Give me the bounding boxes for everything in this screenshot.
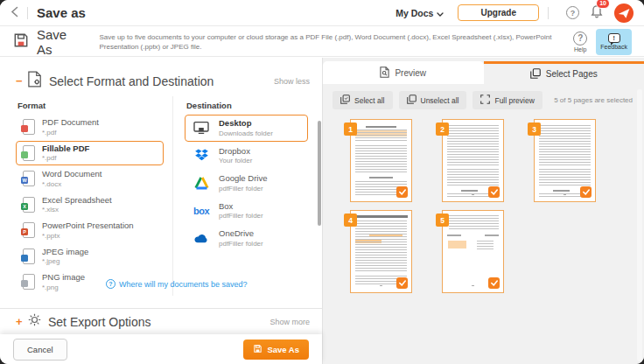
excel-file-icon: X [23, 197, 35, 213]
word-file-icon: W [23, 171, 35, 186]
question-circle-icon: ? [566, 6, 579, 19]
question-circle-icon: ? [106, 279, 116, 289]
question-circle-icon: ? [573, 32, 587, 46]
collapse-icon[interactable]: − [16, 74, 28, 88]
back-button[interactable] [10, 5, 18, 21]
show-more-toggle[interactable]: Show more [270, 318, 310, 326]
destination-item-dropbox[interactable]: Dropbox Your folder [185, 143, 308, 170]
save-as-button[interactable]: Save As [243, 340, 309, 360]
format-column: Format PDF Document *.pdf Fillable PDF *… [16, 96, 173, 296]
select-all-button[interactable]: Select all [332, 91, 393, 109]
format-ext: *.jpeg [42, 257, 88, 265]
page-selected-checkbox[interactable] [488, 277, 500, 289]
page-thumbnail-2[interactable]: 2 [442, 119, 504, 202]
format-title: PNG image [42, 273, 85, 282]
destination-item-google-drive[interactable]: Google Drive pdfFiller folder [185, 170, 308, 197]
destination-item-desktop[interactable]: Desktop Downloads folder [185, 115, 308, 142]
page-thumbnail-4[interactable]: 4 [350, 210, 412, 293]
destination-title: Box [219, 202, 263, 211]
format-item-fillable-pdf[interactable]: Fillable PDF *.pdf [16, 141, 164, 166]
onedrive-icon [192, 233, 211, 243]
destination-title: OneDrive [219, 229, 263, 238]
destination-item-box[interactable]: box Box pdfFiller folder [185, 198, 308, 225]
right-panel-scrollbar[interactable] [637, 89, 642, 361]
format-ext: *.pptx [42, 232, 134, 240]
divider [27, 7, 28, 19]
destination-column-label: Destination [186, 101, 308, 110]
save-as-title: Save As [37, 27, 83, 57]
chevron-down-icon [437, 8, 444, 18]
help-button[interactable]: ? Help [573, 32, 587, 52]
format-item-word-document[interactable]: W Word Document *.docx [16, 166, 164, 192]
page-title: Save as [37, 5, 86, 20]
destination-title: Dropbox [219, 147, 252, 156]
format-ext: *.pdf [42, 129, 99, 136]
destination-item-onedrive[interactable]: OneDrive pdfFiller folder [185, 225, 308, 252]
left-panel-scrollbar[interactable] [318, 121, 321, 226]
help-menu-button[interactable]: ? [566, 6, 579, 19]
pages-panel: Preview Select Pages Select all Unse [322, 58, 644, 364]
format-destination-columns: Format PDF Document *.pdf Fillable PDF *… [0, 96, 322, 296]
format-ext: *.png [42, 284, 85, 291]
page-number-badge: 1 [344, 122, 357, 136]
page-thumbnail-5[interactable]: 5 [442, 210, 504, 293]
tab-preview[interactable]: Preview [323, 61, 484, 84]
cancel-button[interactable]: Cancel [13, 339, 67, 360]
page-thumbnail-3[interactable]: 3 [534, 119, 596, 202]
top-bar: Save as My Docs Upgrade ? 10 [0, 0, 644, 26]
expand-icon[interactable]: + [16, 315, 28, 328]
set-export-options-header[interactable]: + Set Export Options Show more [0, 308, 322, 334]
format-destination-panel: − Select Format and Destination Show les… [0, 58, 322, 334]
page-number-badge: 4 [344, 214, 357, 227]
page-selected-checkbox[interactable] [396, 277, 408, 289]
my-docs-menu[interactable]: My Docs [396, 8, 444, 18]
unselect-all-button[interactable]: Unselect all [399, 91, 467, 109]
full-preview-button[interactable]: Full preview [472, 91, 542, 109]
page-number-badge: 2 [436, 122, 449, 136]
format-item-excel-spreadsheet[interactable]: X Excel Spreadsheet *.xlsx [16, 192, 164, 218]
page-thumbnail-1[interactable]: 1 [350, 119, 412, 202]
destination-title: Desktop [219, 119, 273, 128]
notification-badge: 10 [596, 0, 610, 9]
account-logo-button[interactable] [614, 4, 634, 23]
dropbox-icon [192, 149, 211, 162]
format-ext: *.xlsx [42, 206, 112, 214]
tab-select-pages[interactable]: Select Pages [484, 61, 644, 84]
pages-selected-status: 5 of 5 pages are selected [554, 96, 637, 104]
show-less-toggle[interactable]: Show less [274, 77, 310, 86]
format-ext: *.docx [42, 180, 102, 188]
page-number-badge: 5 [436, 214, 449, 227]
jpeg-file-icon [23, 248, 35, 264]
format-item-pdf-document[interactable]: PDF Document *.pdf [16, 115, 164, 140]
format-item-powerpoint[interactable]: P PowerPoint Presentation *.pptx [16, 218, 164, 243]
chevron-left-icon [10, 5, 18, 21]
desktop-icon [192, 121, 211, 135]
google-drive-icon [192, 176, 211, 190]
destination-column: Destination Desktop Downloads folder [173, 96, 322, 296]
notifications-button[interactable]: 10 [590, 4, 604, 22]
document-gear-icon [28, 71, 42, 91]
format-column-label: Format [18, 101, 164, 110]
pages-copy-icon [530, 68, 541, 80]
destination-subtitle: pdfFiller folder [219, 185, 267, 192]
upgrade-button[interactable]: Upgrade [458, 4, 539, 21]
section-title: Select Format and Destination [49, 74, 214, 88]
gear-icon [28, 313, 41, 330]
page-selected-checkbox[interactable] [488, 186, 500, 198]
page-selected-checkbox[interactable] [396, 186, 408, 198]
png-file-icon [23, 274, 35, 290]
page-selected-checkbox[interactable] [580, 186, 592, 198]
format-item-jpeg-image[interactable]: JPEG image *.jpeg [16, 244, 164, 270]
destination-subtitle: Downloads folder [219, 130, 273, 137]
save-as-description: Save up to five documents to your comput… [99, 32, 573, 52]
where-documents-saved-link[interactable]: ? Where will my documents be saved? [106, 279, 248, 289]
select-format-section-header[interactable]: − Select Format and Destination Show les… [0, 58, 322, 94]
format-title: PDF Document [42, 118, 99, 127]
powerpoint-file-icon: P [23, 222, 35, 238]
pdffiller-logo-icon [614, 4, 634, 23]
format-title: Word Document [42, 170, 102, 178]
page-thumbnails-grid: 1 2 [350, 119, 596, 293]
feedback-button[interactable]: ! Feedback [596, 29, 632, 55]
document-magnifier-icon [380, 66, 389, 80]
format-title: Excel Spreadsheet [42, 196, 112, 205]
